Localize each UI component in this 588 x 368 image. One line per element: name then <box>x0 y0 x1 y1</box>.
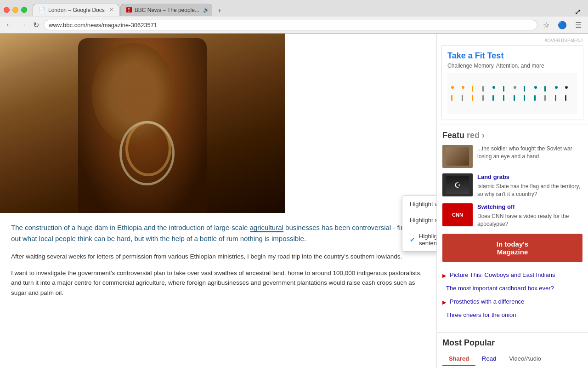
bookmark-button[interactable]: ☆ <box>540 20 552 30</box>
back-button[interactable]: ← <box>4 20 15 30</box>
tab-read[interactable]: Read <box>475 352 503 366</box>
ad-label: ADVERTISEMENT <box>441 38 583 43</box>
news-thumb-3: CNN <box>442 203 473 226</box>
mag-link-1[interactable]: ▶ Picture This: Cowboys and East Indians <box>442 269 582 282</box>
forward-button[interactable]: → <box>17 20 28 30</box>
popular-tabs: Shared Read Video/Audio <box>442 352 582 366</box>
ad-title: Take a Fit Test <box>447 51 577 61</box>
highlight-sentence-option[interactable]: Highlight sentence <box>402 212 436 228</box>
highlight-word-option[interactable]: Highlight word <box>402 196 436 212</box>
mag-link-text-1: Picture This: Cowboys and East Indians <box>450 271 555 279</box>
menu-button[interactable]: ☰ <box>572 20 584 30</box>
highlight-sentence-label: Highlight sentence <box>410 217 436 224</box>
highlight-word-label: Highlight word <box>410 201 436 207</box>
maximize-button[interactable] <box>21 7 27 13</box>
article-hero-image <box>0 34 285 213</box>
nav-bar: ← → ↻ www.bbc.com/news/magazine-30623571… <box>0 17 588 33</box>
featured-title-text: Featu <box>442 131 464 140</box>
news-desc-2: Islamic State has the flag and the terri… <box>477 183 582 198</box>
tab-bar: 📄 London – Google Docs ✕ 🅱 BBC News – Th… <box>33 4 584 16</box>
popular-section: Most Popular Shared Read Video/Audio Riv… <box>437 333 588 368</box>
tab-docs-close[interactable]: ✕ <box>109 7 113 13</box>
ad-banner[interactable]: Take a Fit Test Challenge Memory, Attent… <box>441 45 583 120</box>
highlight-dropdown: Highlight word Highlight sentence ✔ High… <box>402 196 436 252</box>
ad-visual <box>447 73 577 114</box>
extension-button[interactable]: 🔵 <box>555 20 570 30</box>
mag-link-arrow-3: ▶ <box>442 299 446 305</box>
featured-header: Featu red › <box>442 131 582 140</box>
mag-link-text-3: Prosthetics with a difference <box>450 298 524 306</box>
reload-button[interactable]: ↻ <box>31 20 41 30</box>
article-image-placeholder <box>0 34 285 213</box>
intro-text-start: The construction of a huge dam in Ethiop… <box>11 224 250 231</box>
tab-read-label: Read <box>482 355 496 362</box>
news-info-1: ...the soldier who fought the Soviet war… <box>477 145 582 168</box>
highlight-word-and-sentence-option[interactable]: ✔ Highlight word and sentence <box>402 228 436 251</box>
ad-subtitle: Challenge Memory, Attention, and more <box>447 63 577 69</box>
mag-link-2[interactable]: The most important cardboard box ever? <box>442 282 582 295</box>
news-thumb-1 <box>442 145 473 168</box>
news-title-2[interactable]: Land grabs <box>477 173 582 181</box>
news-desc-1: ...the soldier who fought the Soviet war… <box>477 145 582 161</box>
news-item-1: ...the soldier who fought the Soviet war… <box>442 145 582 168</box>
tab-shared-label: Shared <box>449 355 469 362</box>
news-info-2: Land grabs Islamic State has the flag an… <box>477 173 582 198</box>
tab-bbc-icon: 🅱 <box>126 7 132 13</box>
browser-chrome: 📄 London – Google Docs ✕ 🅱 BBC News – Th… <box>0 0 588 34</box>
close-button[interactable] <box>4 7 10 13</box>
mag-link-3[interactable]: ▶ Prosthetics with a difference <box>442 295 582 309</box>
tab-bbc-news[interactable]: 🅱 BBC News – The people... 🔊 ✕ <box>120 4 212 16</box>
popular-title: Most Popular <box>442 338 582 348</box>
page-content: The construction of a huge dam in Ethiop… <box>0 34 588 368</box>
article-body: The construction of a huge dam in Ethiop… <box>0 213 436 313</box>
article-intro: The construction of a huge dam in Ethiop… <box>11 222 425 244</box>
featured-section: Featu red › ...the soldier who fought th… <box>437 125 588 333</box>
magazine-links: ▶ Picture This: Cowboys and East Indians… <box>442 269 582 327</box>
article-para-2: I want to investigate the government's c… <box>11 268 425 298</box>
mag-link-text-2: The most important cardboard box ever? <box>446 285 554 293</box>
article-para-1: After waiting several weeks for letters … <box>11 252 425 262</box>
mag-link-arrow-1: ▶ <box>442 272 446 279</box>
news-item-2: ☪ Land grabs Islamic State has the flag … <box>442 173 582 198</box>
url-text: www.bbc.com/news/magazine-30623571 <box>49 22 157 29</box>
tab-audio-icon: 🔊 <box>203 7 209 13</box>
tab-bbc-label: BBC News – The people... <box>135 7 199 13</box>
new-tab-button[interactable]: + <box>213 5 226 16</box>
window-controls <box>4 7 27 13</box>
main-content: The construction of a huge dam in Ethiop… <box>0 34 436 368</box>
underlined-word: agricultural <box>250 224 283 232</box>
tab-video-audio[interactable]: Video/Audio <box>503 352 548 366</box>
news-item-3: CNN Switching off Does CNN have a video … <box>442 203 582 228</box>
news-thumb-2: ☪ <box>442 173 473 196</box>
featured-scroll-indicator: red › <box>467 131 485 140</box>
address-bar[interactable]: www.bbc.com/news/magazine-30623571 <box>44 20 537 30</box>
mag-link-text-4: Three cheers for the onion <box>446 311 516 319</box>
news-info-3: Switching off Does CNN have a video read… <box>477 203 582 228</box>
news-title-3[interactable]: Switching off <box>477 203 582 211</box>
minimize-button[interactable] <box>12 7 18 13</box>
ad-area: ADVERTISEMENT Take a Fit Test Challenge … <box>437 34 588 125</box>
right-sidebar: ADVERTISEMENT Take a Fit Test Challenge … <box>436 34 588 368</box>
restore-button[interactable]: ⤢ <box>575 7 584 16</box>
news-desc-3: Does CNN have a video ready for the apoc… <box>477 213 582 228</box>
tab-shared[interactable]: Shared <box>442 352 475 366</box>
today-magazine-box[interactable]: In today'sMagazine <box>442 234 582 262</box>
highlight-both-label: Highlight word and sentence <box>419 233 436 247</box>
mag-link-4[interactable]: Three cheers for the onion <box>442 309 582 322</box>
today-magazine-label: In today'sMagazine <box>497 240 528 256</box>
checkmark-icon: ✔ <box>410 236 415 243</box>
title-bar: 📄 London – Google Docs ✕ 🅱 BBC News – Th… <box>0 0 588 17</box>
tab-video-label: Video/Audio <box>509 355 541 362</box>
tab-docs-label: London – Google Docs <box>48 7 105 13</box>
tab-docs-icon: 📄 <box>39 7 45 13</box>
tab-google-docs[interactable]: 📄 London – Google Docs ✕ <box>33 4 119 16</box>
